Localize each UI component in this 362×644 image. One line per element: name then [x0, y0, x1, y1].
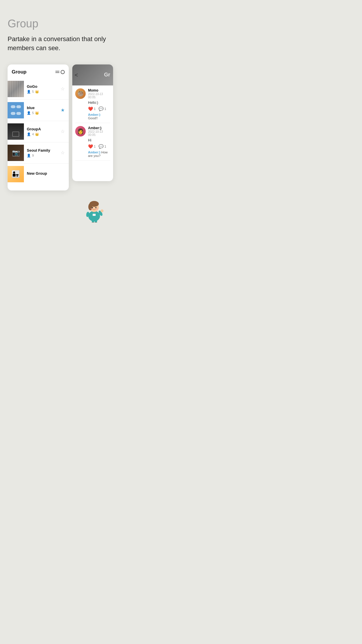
star-button-seoul-family[interactable]: ☆ — [61, 150, 65, 155]
group-item-gogo[interactable]: GoGo 👤 5 👑 ☆ — [8, 78, 69, 100]
screens-container: Group GoGo 👤 5 👑 — [8, 64, 113, 190]
heart-reaction-2[interactable]: ❤️ 1 — [88, 144, 96, 149]
svg-point-0 — [88, 211, 100, 221]
chat-screen: < Gr 🦥 Momo 2022-10-13 00:05: Hello:) — [72, 64, 113, 181]
menu-icon — [55, 71, 59, 73]
msg-sender-name-1: Momo — [88, 88, 110, 92]
group-thumb-new-group: 👨‍👧 — [8, 166, 24, 182]
comment-count-1: 1 — [104, 107, 106, 111]
group-name-new-group: New Group — [27, 171, 65, 176]
group-thumb-blue — [8, 102, 24, 118]
chat-header-label: Gr — [104, 72, 110, 78]
group-list-header: Group — [8, 64, 69, 78]
group-name-gogo: GoGo — [27, 84, 58, 89]
heart-count-1: 1 — [94, 107, 96, 111]
preview-content-1: Good!! — [88, 116, 98, 120]
group-item-seoul-family[interactable]: Seoul Family 👤 9 ☆ — [8, 142, 69, 164]
svg-rect-16 — [95, 220, 97, 223]
page-subtitle: Partake in a conversation that only memb… — [8, 35, 113, 53]
msg-preview-2: Amber:) How are you? — [88, 150, 110, 158]
svg-rect-4 — [90, 203, 99, 206]
preview-sender-1: Amber:) — [88, 113, 100, 116]
group-info-groupa: GroupA 👤 4 👑 — [27, 127, 58, 136]
msg-text-2: Hi — [88, 138, 110, 142]
svg-rect-9 — [93, 214, 96, 216]
settings-button[interactable] — [55, 70, 65, 74]
chat-message-1: 🦥 Momo 2022-10-13 00:05: Hello:) ❤️ 1 — [75, 88, 110, 123]
msg-header-2: 👩 Amber:) 2022-10-13 00:05: — [75, 126, 110, 136]
crown-icon-groupa: 👑 — [35, 132, 39, 136]
heart-count-2: 1 — [94, 145, 96, 148]
chat-messages: 🦥 Momo 2022-10-13 00:05: Hello:) ❤️ 1 — [72, 85, 113, 167]
group-meta-seoul-family: 👤 9 — [27, 154, 58, 158]
msg-header-1: 🦥 Momo 2022-10-13 00:05: — [75, 88, 110, 99]
group-meta-gogo: 👤 5 👑 — [27, 90, 58, 94]
group-item-new-group[interactable]: 👨‍👧 New Group — [8, 164, 69, 185]
member-icon-blue: 👤 — [27, 111, 31, 115]
group-item-blue[interactable]: blue 👤 5 👑 ★ — [8, 100, 69, 121]
character-illustration — [8, 190, 113, 225]
group-item-groupa[interactable]: GroupA 👤 4 👑 ☆ — [8, 121, 69, 142]
member-count-groupa: 4 — [32, 132, 34, 136]
comment-reaction-2[interactable]: 💬 1 — [99, 144, 106, 149]
group-list-title: Group — [12, 69, 27, 75]
group-info-new-group: New Group — [27, 171, 65, 177]
back-button[interactable]: < — [75, 71, 78, 78]
nurse-character — [81, 196, 107, 223]
msg-preview-1: Amber:) Good!! — [88, 113, 110, 120]
chat-message-2: 👩 Amber:) 2022-10-13 00:05: Hi ❤️ 1 — [75, 126, 110, 161]
avatar-amber: 👩 — [75, 126, 86, 136]
chat-header: < Gr — [72, 64, 113, 85]
group-name-groupa: GroupA — [27, 127, 58, 131]
member-count-seoul: 9 — [32, 154, 34, 157]
member-count-gogo: 5 — [32, 90, 34, 93]
preview-sender-2: Amber:) — [88, 150, 100, 154]
heart-icon-2: ❤️ — [88, 144, 93, 149]
svg-point-8 — [96, 208, 98, 210]
msg-reactions-2: ❤️ 1 💬 1 — [88, 144, 110, 149]
gear-icon — [61, 70, 65, 74]
msg-text-1: Hello:) — [88, 101, 110, 105]
svg-rect-15 — [92, 220, 94, 223]
comment-reaction-1[interactable]: 💬 1 — [99, 106, 106, 111]
svg-point-7 — [91, 208, 92, 210]
group-meta-groupa: 👤 4 👑 — [27, 132, 58, 136]
member-icon-groupa: 👤 — [27, 132, 31, 136]
svg-rect-10 — [93, 214, 95, 215]
group-thumb-groupa — [8, 123, 24, 140]
star-button-groupa[interactable]: ☆ — [61, 129, 65, 134]
group-thumb-seoul-family — [8, 145, 24, 161]
avatar-momo: 🦥 — [75, 88, 86, 99]
heart-icon-1: ❤️ — [88, 106, 93, 111]
svg-point-13 — [101, 209, 103, 212]
member-count-blue: 5 — [32, 111, 34, 115]
crown-icon-gogo: 👑 — [35, 90, 39, 94]
msg-timestamp-1: 2022-10-13 00:05: — [88, 92, 110, 99]
group-meta-blue: 👤 5 👑 — [27, 111, 58, 115]
heart-reaction-1[interactable]: ❤️ 1 — [88, 106, 96, 111]
svg-point-5 — [92, 207, 93, 208]
star-button-gogo[interactable]: ☆ — [61, 86, 65, 92]
svg-rect-11 — [93, 215, 94, 215]
group-info-blue: blue 👤 5 👑 — [27, 106, 58, 115]
comment-icon-2: 💬 — [99, 144, 103, 149]
star-button-blue[interactable]: ★ — [61, 107, 65, 113]
crown-icon-blue: 👑 — [35, 111, 39, 115]
comment-count-2: 1 — [104, 145, 106, 148]
group-info-gogo: GoGo 👤 5 👑 — [27, 84, 58, 94]
msg-sender-info-1: Momo 2022-10-13 00:05: — [88, 88, 110, 99]
msg-sender-name-2: Amber:) — [88, 126, 110, 130]
member-icon: 👤 — [27, 90, 31, 94]
group-info-seoul-family: Seoul Family 👤 9 — [27, 148, 58, 158]
page-title: Group — [8, 18, 113, 30]
svg-point-6 — [95, 207, 96, 208]
group-list-screen: Group GoGo 👤 5 👑 — [8, 64, 69, 190]
member-icon-seoul: 👤 — [27, 154, 31, 158]
msg-sender-info-2: Amber:) 2022-10-13 00:05: — [88, 126, 110, 136]
group-thumb-gogo — [8, 81, 24, 97]
msg-reactions-1: ❤️ 1 💬 1 — [88, 106, 110, 111]
group-name-seoul-family: Seoul Family — [27, 148, 58, 153]
msg-timestamp-2: 2022-10-13 00:05: — [88, 130, 110, 136]
group-name-blue: blue — [27, 106, 58, 110]
comment-icon-1: 💬 — [99, 106, 103, 111]
